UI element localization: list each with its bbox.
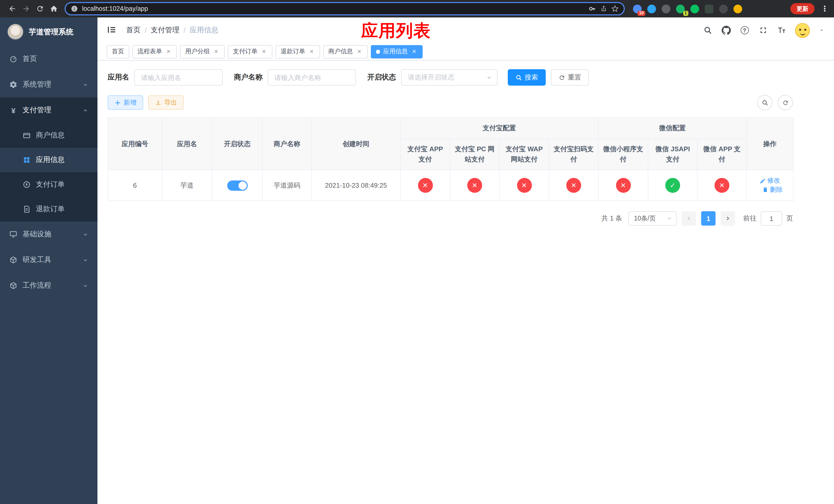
search-button[interactable]: 搜索 bbox=[508, 69, 546, 86]
breadcrumb-item[interactable]: 支付管理 bbox=[151, 26, 179, 35]
sidebar-item-refund-orders[interactable]: 退款订单 bbox=[0, 197, 97, 222]
tab-process-form[interactable]: 流程表单 ✕ bbox=[132, 45, 177, 58]
edit-button[interactable]: 修改 bbox=[760, 177, 780, 185]
tab-pay-orders[interactable]: 支付订单 ✕ bbox=[228, 45, 272, 58]
close-icon[interactable]: ✕ bbox=[213, 48, 220, 55]
page-unit-label: 页 bbox=[786, 214, 793, 223]
logo-avatar bbox=[7, 24, 24, 40]
breadcrumb-item-current: 应用信息 bbox=[190, 26, 219, 35]
sidebar-item-pay-orders[interactable]: 支付订单 bbox=[0, 172, 97, 197]
help-icon[interactable]: ? bbox=[740, 25, 749, 35]
refresh-button[interactable] bbox=[777, 95, 793, 110]
extension-icon[interactable] bbox=[719, 4, 728, 13]
chevron-right-icon bbox=[725, 215, 731, 222]
col-group-alipay: 支付宝配置 bbox=[400, 118, 598, 139]
sidebar-item-app-info[interactable]: 应用信息 bbox=[0, 148, 97, 172]
pay-status-icon bbox=[418, 178, 433, 193]
sidebar-item-payment[interactable]: ¥ 支付管理 bbox=[0, 97, 97, 123]
share-icon[interactable] bbox=[600, 5, 607, 12]
sidebar-item-infra[interactable]: 基础设施 bbox=[0, 222, 97, 247]
merchant-name-input[interactable] bbox=[268, 69, 356, 86]
sidebar-item-label: 支付订单 bbox=[36, 180, 65, 189]
tab-refund-orders[interactable]: 退款订单 ✕ bbox=[276, 45, 320, 58]
key-icon[interactable] bbox=[589, 5, 596, 12]
status-toggle[interactable] bbox=[227, 181, 247, 191]
refresh-icon bbox=[782, 99, 789, 106]
trash-icon bbox=[762, 187, 768, 193]
extension-icon[interactable]: 10 bbox=[633, 4, 642, 13]
delete-button[interactable]: 删除 bbox=[762, 186, 783, 194]
forward-icon[interactable] bbox=[19, 2, 33, 16]
sidebar-item-home[interactable]: 首页 bbox=[0, 46, 97, 72]
browser-menu-icon[interactable]: ⋮ bbox=[821, 4, 829, 13]
status-select[interactable]: 请选择开启状态 bbox=[401, 69, 498, 86]
sidebar-logo[interactable]: 芋道管理系统 bbox=[0, 18, 97, 46]
breadcrumb-separator: / bbox=[184, 26, 186, 35]
reload-icon[interactable] bbox=[33, 2, 47, 16]
close-icon[interactable]: ✕ bbox=[261, 48, 267, 55]
address-bar[interactable]: localhost:1024/pay/app bbox=[65, 2, 625, 15]
extension-icon[interactable] bbox=[690, 4, 699, 13]
close-icon[interactable]: ✕ bbox=[165, 48, 172, 55]
toggle-search-button[interactable] bbox=[757, 95, 772, 110]
main-area: 首页 / 支付管理 / 应用信息 ? bbox=[97, 18, 834, 504]
font-size-icon[interactable] bbox=[776, 25, 786, 35]
app-name-label: 应用名 bbox=[108, 73, 129, 82]
extension-icon[interactable] bbox=[647, 4, 656, 13]
col-header-wx-jsapi: 微信 JSAPI 支付 bbox=[648, 139, 697, 170]
user-avatar[interactable] bbox=[795, 23, 810, 38]
bookmark-star-icon[interactable] bbox=[611, 5, 619, 12]
page-size-select[interactable]: 10条/页 bbox=[628, 211, 677, 226]
hamburger-icon[interactable] bbox=[107, 25, 118, 36]
tab-merchant-info[interactable]: 商户信息 ✕ bbox=[323, 45, 368, 58]
search-icon bbox=[515, 74, 522, 81]
sidebar-item-label: 基础设施 bbox=[23, 230, 51, 239]
filter-form: 应用名 商户名称 开启状态 请选择开启状态 bbox=[108, 69, 793, 86]
home-icon[interactable] bbox=[47, 2, 61, 16]
sidebar-item-merchant-info[interactable]: 商户信息 bbox=[0, 123, 97, 148]
profile-avatar-icon[interactable] bbox=[733, 4, 742, 13]
close-icon[interactable]: ✕ bbox=[308, 48, 315, 55]
chevron-down-icon bbox=[83, 257, 88, 263]
goto-page-input[interactable] bbox=[761, 211, 782, 226]
col-header-alipay-app: 支付宝 APP 支付 bbox=[400, 139, 450, 170]
extension-icon[interactable] bbox=[705, 4, 714, 13]
tab-user-group[interactable]: 用户分组 ✕ bbox=[180, 45, 225, 58]
col-header-created: 创建时间 bbox=[312, 118, 400, 170]
close-icon[interactable]: ✕ bbox=[356, 48, 363, 55]
export-button[interactable]: 导出 bbox=[148, 95, 184, 110]
browser-toolbar: localhost:1024/pay/app 10 1 更新 ⋮ bbox=[0, 0, 834, 18]
tab-home[interactable]: 首页 bbox=[107, 45, 129, 58]
reset-button[interactable]: 重置 bbox=[551, 69, 589, 86]
tab-app-info[interactable]: 应用信息 ✕ bbox=[371, 45, 423, 58]
page-number-button[interactable]: 1 bbox=[701, 211, 716, 226]
sidebar-item-dev-tools[interactable]: 研发工具 bbox=[0, 247, 97, 273]
back-icon[interactable] bbox=[5, 2, 19, 16]
pagination: 共 1 条 10条/页 1 前往 bbox=[108, 211, 793, 226]
search-icon[interactable] bbox=[703, 25, 712, 35]
url-text[interactable]: localhost:1024/pay/app bbox=[82, 5, 585, 12]
extension-icon[interactable]: 1 bbox=[676, 4, 685, 13]
add-button[interactable]: 新增 bbox=[108, 95, 143, 110]
app-name-input[interactable] bbox=[134, 69, 223, 86]
merchant-name-label: 商户名称 bbox=[234, 73, 263, 82]
extension-icon[interactable] bbox=[662, 4, 671, 13]
chevron-down-icon bbox=[83, 231, 88, 237]
prev-page-button[interactable] bbox=[682, 211, 696, 226]
tabs-bar: 首页 流程表单 ✕ 用户分组 ✕ 支付订单 ✕ 退款订单 ✕ bbox=[97, 43, 834, 61]
info-icon[interactable] bbox=[71, 5, 78, 12]
grid-icon bbox=[23, 156, 31, 164]
github-icon[interactable] bbox=[721, 25, 731, 35]
sidebar-item-workflow[interactable]: 工作流程 bbox=[0, 273, 97, 298]
gear-icon bbox=[9, 81, 18, 89]
caret-down-icon[interactable] bbox=[819, 27, 825, 33]
update-button[interactable]: 更新 bbox=[790, 3, 814, 14]
sidebar-item-system[interactable]: 系统管理 bbox=[0, 72, 97, 97]
breadcrumb-item[interactable]: 首页 bbox=[126, 26, 140, 35]
next-page-button[interactable] bbox=[721, 211, 735, 226]
chevron-down-icon bbox=[83, 283, 88, 289]
fullscreen-icon[interactable] bbox=[758, 25, 768, 35]
sidebar-item-label: 支付管理 bbox=[23, 106, 51, 115]
total-count: 共 1 条 bbox=[601, 214, 622, 223]
close-icon[interactable]: ✕ bbox=[411, 48, 418, 55]
